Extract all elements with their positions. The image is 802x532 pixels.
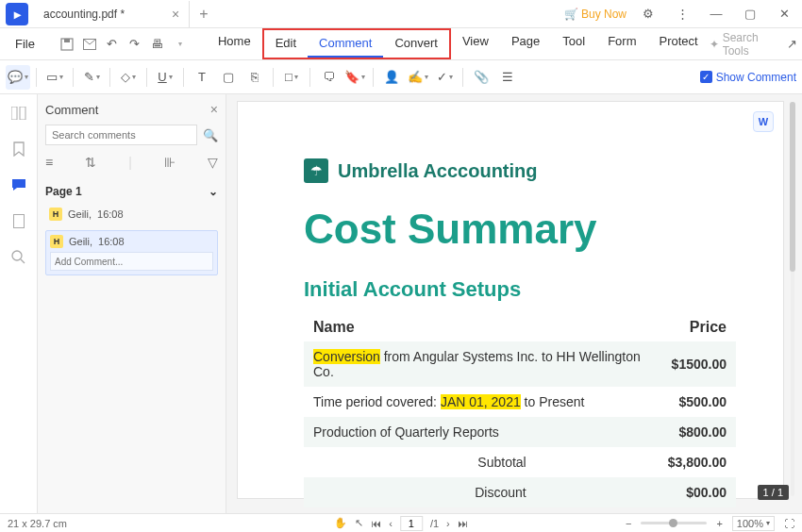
menubar: File ↶ ↷ 🖶 ▾ Home Edit Comment Convert V…	[0, 28, 802, 60]
sign-tool[interactable]: ✍	[406, 65, 430, 90]
comment-item-selected[interactable]: H Geili, 16:08	[45, 230, 218, 275]
expand-icon[interactable]: ≡	[45, 155, 53, 170]
callout-tool[interactable]: ⎘	[242, 65, 267, 90]
page-dimensions: 21 x 29.7 cm	[8, 518, 67, 529]
panel-close-icon[interactable]: ×	[210, 102, 218, 117]
undo-icon[interactable]: ↶	[103, 35, 122, 54]
document-title: Cost Summary	[304, 206, 736, 253]
highlighted-text[interactable]: JAN 01, 2021	[441, 394, 521, 409]
fit-page-icon[interactable]: ⛶	[784, 518, 794, 529]
pencil-tool[interactable]: ✎	[79, 65, 104, 90]
tab-edit[interactable]: Edit	[264, 30, 308, 58]
tab-tool[interactable]: Tool	[551, 28, 596, 59]
list-tool[interactable]: ☰	[495, 65, 520, 90]
col-name: Name	[304, 313, 659, 341]
measure-tool[interactable]: 🔖	[343, 65, 367, 90]
text-tool[interactable]: T	[190, 65, 214, 90]
prev-page-icon[interactable]: ‹	[389, 518, 393, 529]
close-window-button[interactable]: ✕	[772, 2, 796, 26]
page-icon[interactable]	[9, 211, 28, 230]
tab-comment[interactable]: Comment	[308, 30, 383, 58]
first-page-icon[interactable]: ⏮	[371, 518, 381, 529]
checkbox-icon: ✓	[700, 71, 712, 83]
section-title: Initial Account Setups	[304, 277, 736, 302]
mail-icon[interactable]	[80, 35, 99, 54]
tab-protect[interactable]: Protect	[647, 28, 709, 59]
page-input[interactable]	[400, 516, 423, 531]
eraser-tool[interactable]: ◇	[116, 65, 141, 90]
sort-icon[interactable]: ⇅	[85, 155, 96, 170]
minimize-button[interactable]: —	[704, 2, 728, 26]
zoom-slider[interactable]	[641, 522, 707, 524]
cart-icon: 🛒	[564, 8, 578, 21]
underline-tool[interactable]: U	[153, 65, 177, 90]
comments-panel-icon[interactable]	[9, 175, 28, 194]
align-icon[interactable]: ⊪	[164, 155, 175, 170]
word-export-icon[interactable]: W	[753, 111, 774, 132]
comment-item[interactable]: H Geili, 16:08	[45, 204, 218, 224]
attach-tool[interactable]: 📎	[469, 65, 493, 90]
left-rail	[0, 94, 38, 513]
save-icon[interactable]	[58, 35, 76, 54]
buy-now-link[interactable]: 🛒 Buy Now	[564, 8, 627, 21]
print-icon[interactable]: 🖶	[148, 35, 167, 54]
sticky-tool[interactable]: 🗨	[316, 65, 341, 90]
approve-tool[interactable]: ✓	[432, 65, 457, 90]
discount-row: Discount $00.00	[304, 477, 736, 507]
search-icon[interactable]: 🔍	[203, 128, 218, 142]
zoom-in-icon[interactable]: +	[716, 518, 722, 529]
add-comment-input[interactable]	[50, 252, 213, 271]
comment-panel: Comment × 🔍 ≡ ⇅ | ⊪ ▽ Page 1 ⌄ H Geili, …	[38, 94, 226, 513]
svg-rect-3	[11, 107, 17, 120]
note-tool[interactable]: 💬	[6, 65, 30, 90]
document-viewport: W ☂ Umbrella Acccounting Cost Summary In…	[226, 94, 802, 513]
scroll-thumb[interactable]	[790, 102, 795, 272]
file-menu[interactable]: File	[8, 37, 42, 51]
next-page-icon[interactable]: ›	[446, 518, 450, 529]
show-comment-toggle[interactable]: ✓ Show Comment	[700, 71, 796, 84]
zoom-select[interactable]: 100%▾	[732, 516, 775, 531]
redo-icon[interactable]: ↷	[125, 35, 144, 54]
svg-rect-5	[13, 214, 24, 227]
more-icon[interactable]: ⋮	[670, 2, 694, 26]
shape-tool[interactable]: □	[279, 65, 304, 90]
cursor-icon[interactable]: ↖	[355, 517, 363, 529]
search-comments-input[interactable]	[45, 125, 197, 145]
highlight-tool[interactable]: ▭	[42, 65, 67, 90]
tab-convert[interactable]: Convert	[383, 30, 449, 58]
vertical-scrollbar[interactable]	[789, 102, 796, 496]
bookmark-icon[interactable]	[9, 140, 28, 158]
highlighted-text[interactable]: Conversion	[313, 349, 380, 364]
filter-icon[interactable]: ▽	[208, 155, 218, 170]
titlebar: ▸ accounting.pdf * × + 🛒 Buy Now ⚙ ⋮ — ▢…	[0, 0, 802, 28]
tab-home[interactable]: Home	[207, 28, 262, 59]
new-tab-button[interactable]: +	[190, 6, 217, 23]
tab-form[interactable]: Form	[596, 28, 647, 59]
close-tab-icon[interactable]: ×	[172, 7, 179, 22]
table-row: Time period covered: JAN 01, 2021 to Pre…	[304, 387, 736, 417]
zoom-out-icon[interactable]: −	[626, 518, 631, 529]
table-row: Conversion from Angular Systems Inc. to …	[304, 341, 736, 387]
document-page: W ☂ Umbrella Acccounting Cost Summary In…	[238, 102, 783, 498]
document-tab[interactable]: accounting.pdf * ×	[34, 1, 190, 27]
tab-view[interactable]: View	[451, 28, 500, 59]
page-header[interactable]: Page 1 ⌄	[45, 185, 218, 198]
thumbnails-icon[interactable]	[9, 104, 28, 123]
panel-title: Comment	[45, 103, 98, 117]
tab-page[interactable]: Page	[500, 28, 551, 59]
stamp-tool[interactable]: 👤	[379, 65, 404, 90]
tab-title: accounting.pdf *	[43, 8, 125, 21]
hand-icon[interactable]: ✋	[334, 517, 347, 529]
last-page-icon[interactable]: ⏭	[458, 518, 468, 529]
highlight-badge-icon: H	[50, 235, 63, 248]
table-row: Production of Quarterly Reports $800.00	[304, 417, 736, 447]
search-panel-icon[interactable]	[9, 247, 28, 266]
search-tools[interactable]: ✦ Search Tools	[710, 31, 773, 58]
textbox-tool[interactable]: ▢	[216, 65, 241, 90]
main-area: Comment × 🔍 ≡ ⇅ | ⊪ ▽ Page 1 ⌄ H Geili, …	[0, 94, 802, 513]
maximize-button[interactable]: ▢	[738, 2, 762, 26]
print-drop-icon[interactable]: ▾	[171, 35, 190, 54]
settings-icon[interactable]: ⚙	[636, 2, 660, 26]
page-total: /1	[430, 518, 439, 529]
share-icon[interactable]: ↗	[782, 32, 802, 57]
